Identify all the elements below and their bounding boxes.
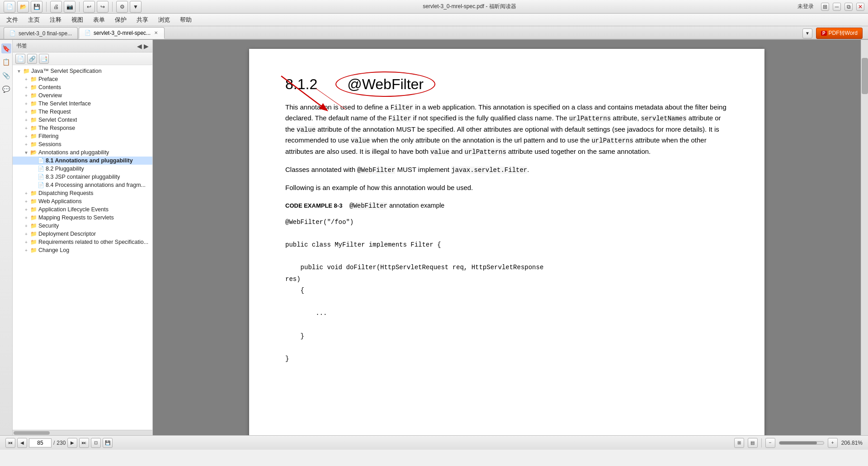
side-icons-panel: 🔖 📋 📎 💬: [0, 40, 13, 435]
bookmark-link-btn[interactable]: 🔗: [27, 54, 37, 64]
bookmarks-side-icon[interactable]: 🔖: [1, 43, 11, 53]
view-mode-btn2[interactable]: ▤: [748, 438, 758, 448]
tree-item-lifecycle[interactable]: + 📁 Application Lifecycle Events: [13, 205, 152, 214]
layers-side-icon[interactable]: 📋: [1, 57, 11, 67]
save-btn[interactable]: 💾: [31, 1, 42, 13]
left-scroll-thumb[interactable]: [14, 431, 50, 435]
restore-btn[interactable]: ⧉: [844, 3, 853, 11]
menu-protect[interactable]: 保护: [110, 14, 131, 25]
tree-item-changelog[interactable]: + 📁 Change Log: [13, 246, 152, 254]
tab-2[interactable]: 📄 servlet-3_0-mrel-spec... ✕: [79, 27, 165, 39]
minimize-btn[interactable]: ─: [833, 3, 841, 11]
tree-item-the-request[interactable]: + 📁 The Request: [13, 108, 152, 116]
pdf-word-btn[interactable]: P PDF转Word: [816, 28, 863, 39]
pdf-word-label: PDF转Word: [829, 29, 858, 37]
bookmark-collapse-icon[interactable]: ◀: [137, 43, 142, 50]
tree-expand-mapping: +: [24, 215, 29, 220]
tree-item-deployment[interactable]: + 📁 Deployment Descriptor: [13, 230, 152, 238]
code-line-5: public void doFilter(HttpServletRequest …: [285, 262, 728, 273]
tab-1[interactable]: 📄 servlet-3_0 final-spe...: [4, 27, 78, 39]
tree-item-contents[interactable]: + 📁 Contents: [13, 83, 152, 91]
tree-item-filtering[interactable]: + 📁 Filtering: [13, 132, 152, 140]
dropdown-btn[interactable]: ▼: [130, 1, 142, 13]
nav-last-btn[interactable]: ⏭: [79, 438, 89, 448]
tree-label-lifecycle: Application Lifecycle Events: [38, 206, 108, 213]
tree-item-requirements[interactable]: + 📁 Requirements related to other Specif…: [13, 238, 152, 246]
tree-item-java-spec[interactable]: ▼ 📁 Java™ Servlet Specification: [13, 67, 152, 75]
tree-item-annot-83[interactable]: 📄 8.3 JSP container pluggability: [13, 173, 152, 181]
tree-item-overview[interactable]: + 📁 Overview: [13, 91, 152, 100]
bottom-bar: ⏮ ◀ 85 / 230 ▶ ⏭ ⊡ 💾 ⊞ ▤ − + 206.81%: [0, 435, 868, 450]
bookmark-list-btn[interactable]: 📑: [39, 54, 49, 64]
tree-item-the-response[interactable]: + 📁 The Response: [13, 124, 152, 132]
menu-annotate[interactable]: 注释: [45, 14, 66, 25]
menu-form[interactable]: 表单: [89, 14, 109, 25]
left-horizontal-scrollbar[interactable]: [13, 430, 152, 435]
menu-share[interactable]: 共享: [132, 14, 153, 25]
tree-item-sessions[interactable]: + 📁 Sessions: [13, 140, 152, 148]
tree-item-security[interactable]: + 📁 Security: [13, 222, 152, 230]
menu-view[interactable]: 视图: [67, 14, 88, 25]
tree-item-servlet-interface[interactable]: + 📁 The Servlet Interface: [13, 100, 152, 108]
tree-label-security: Security: [38, 223, 59, 229]
menu-home[interactable]: 主页: [24, 14, 44, 25]
settings-toolbar-btn[interactable]: ⚙: [116, 1, 128, 13]
tree-item-annot-82[interactable]: 📄 8.2 Pluggability: [13, 165, 152, 173]
bookmark-expand-icon[interactable]: ▶: [144, 43, 149, 50]
code-example-desc-text: annotation example: [387, 202, 444, 209]
tree-item-annot-84[interactable]: 📄 8.4 Processing annotations and fragm..…: [13, 181, 152, 189]
zoom-out-btn[interactable]: −: [765, 438, 775, 448]
tree-item-annot-81[interactable]: 📄 8.1 Annotations and pluggability: [13, 157, 152, 165]
view-mode-btn1[interactable]: ⊞: [734, 438, 744, 448]
tree-item-dispatching[interactable]: + 📁 Dispatching Requests: [13, 189, 152, 197]
tree-folder-icon-servlet-interface: 📁: [30, 100, 37, 107]
save-page-btn[interactable]: 💾: [103, 438, 113, 448]
tree-expand-annotations: ▼: [24, 150, 29, 155]
code-value3: value: [430, 148, 449, 156]
tree-expand-java-spec: ▼: [16, 69, 22, 74]
fit-page-btn[interactable]: ⊡: [91, 438, 101, 448]
menu-browse[interactable]: 浏览: [154, 14, 175, 25]
tree-expand-requirements: +: [24, 240, 29, 245]
open-btn[interactable]: 📂: [17, 1, 29, 13]
tree-item-mapping[interactable]: + 📁 Mapping Requests to Servlets: [13, 214, 152, 222]
comments-side-icon[interactable]: 💬: [1, 84, 11, 94]
tree-label-deployment: Deployment Descriptor: [38, 231, 96, 237]
nav-prev-btn[interactable]: ◀: [17, 438, 27, 448]
menu-help[interactable]: 帮助: [175, 14, 196, 25]
tree-folder-icon-lifecycle: 📁: [30, 206, 37, 213]
close-btn[interactable]: ✕: [856, 3, 864, 11]
code-value: value: [297, 126, 316, 133]
new-file-btn[interactable]: 📄: [4, 1, 15, 13]
tree-item-servlet-context[interactable]: + 📁 Servlet Context: [13, 116, 152, 124]
code-line-8: [285, 296, 728, 308]
right-scrollbar[interactable]: [861, 40, 868, 435]
nav-next-btn[interactable]: ▶: [67, 438, 77, 448]
code-line-13: }: [285, 353, 728, 365]
login-status[interactable]: 未登录: [797, 3, 814, 10]
undo-btn[interactable]: ↩: [83, 1, 95, 13]
attachments-side-icon[interactable]: 📎: [1, 71, 11, 81]
redo-btn[interactable]: ↪: [97, 1, 108, 13]
tab-dropdown-btn[interactable]: ▼: [802, 29, 812, 38]
tile-btn[interactable]: ⊞: [821, 3, 829, 11]
page-input[interactable]: 85: [29, 438, 52, 447]
zoom-in-btn[interactable]: +: [828, 438, 838, 448]
zoom-slider[interactable]: [779, 441, 824, 445]
tree-expand-lifecycle: +: [24, 207, 29, 212]
tree-item-preface[interactable]: + 📁 Preface: [13, 75, 152, 83]
bookmark-new-btn[interactable]: 📄: [15, 54, 25, 64]
menu-file[interactable]: 文件: [2, 14, 23, 25]
nav-first-btn[interactable]: ⏮: [5, 438, 15, 448]
scan-btn[interactable]: 📷: [64, 1, 75, 13]
section-number: 8.1.2: [285, 76, 317, 93]
code-line-12: [285, 342, 728, 353]
code-value2: value: [351, 137, 370, 144]
tab-2-close[interactable]: ✕: [153, 30, 159, 36]
tree-item-annotations[interactable]: ▼ 📂 Annotations and pluggability: [13, 148, 152, 157]
print-btn[interactable]: 🖨: [50, 1, 62, 13]
tree-expand-web-apps: +: [24, 199, 29, 204]
tree-item-web-apps[interactable]: + 📁 Web Applications: [13, 197, 152, 205]
code-urlpatterns3: urlPatterns: [464, 148, 506, 156]
right-scroll-thumb[interactable]: [862, 58, 868, 94]
